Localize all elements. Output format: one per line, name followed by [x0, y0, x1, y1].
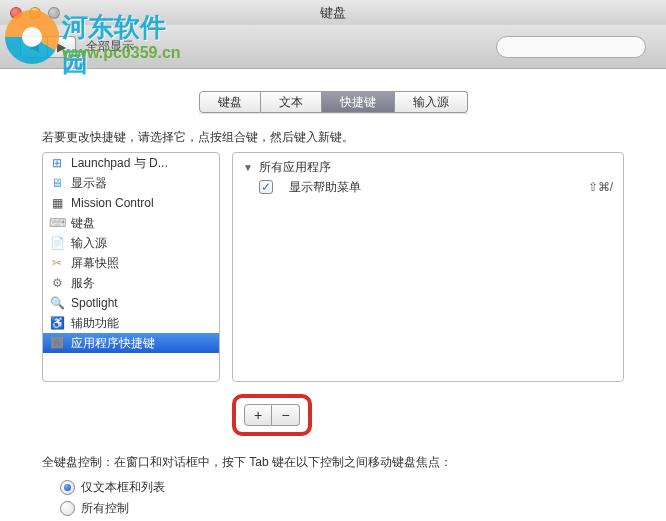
input-icon: 📄 [49, 235, 65, 251]
sidebar-item-label: 输入源 [71, 235, 107, 252]
shortcut-keys: ⇧⌘/ [588, 180, 613, 194]
mission-icon: ▦ [49, 195, 65, 211]
shortcut-label: 显示帮助菜单 [289, 179, 361, 196]
titlebar: 键盘 [0, 0, 666, 25]
back-button[interactable]: ◀ [20, 36, 48, 58]
sidebar-item-label: 显示器 [71, 175, 107, 192]
display-icon: 🖥 [49, 175, 65, 191]
instruction-text: 若要更改快捷键，请选择它，点按组合键，然后键入新键。 [42, 129, 624, 146]
keyboard-icon: ⌨ [49, 215, 65, 231]
tab-输入源[interactable]: 输入源 [395, 91, 468, 113]
search-wrap [496, 36, 646, 58]
launchpad-icon: ⊞ [49, 155, 65, 171]
sidebar-item-label: 应用程序快捷键 [71, 335, 155, 352]
sidebar-item-label: Launchpad 与 D... [71, 155, 168, 172]
sidebar-item-keyboard[interactable]: ⌨键盘 [43, 213, 219, 233]
services-icon: ⚙ [49, 275, 65, 291]
tab-键盘[interactable]: 键盘 [199, 91, 261, 113]
tabs-row: 键盘文本快捷键输入源 [0, 69, 666, 129]
radio-label: 仅文本框和列表 [81, 479, 165, 496]
sidebar-item-label: Spotlight [71, 296, 118, 310]
sidebar-item-label: Mission Control [71, 196, 154, 210]
sidebar-item-label: 辅助功能 [71, 315, 119, 332]
add-button[interactable]: + [244, 404, 272, 426]
radio-icon [60, 480, 75, 495]
radio-text-boxes-only[interactable]: 仅文本框和列表 [60, 477, 624, 498]
minimize-button[interactable] [29, 7, 41, 19]
shortcut-checkbox[interactable]: ✓ [259, 180, 273, 194]
category-pane: ⊞Launchpad 与 D...🖥显示器▦Mission Control⌨键盘… [42, 152, 220, 382]
sidebar-item-screenshot[interactable]: ✂屏幕快照 [43, 253, 219, 273]
sidebar-item-label: 键盘 [71, 215, 95, 232]
forward-button[interactable]: ▶ [48, 36, 76, 58]
tab-文本[interactable]: 文本 [261, 91, 322, 113]
toolbar: ◀ ▶ 全部显示 [0, 25, 666, 69]
accessibility-icon: ♿ [49, 315, 65, 331]
sidebar-item-services[interactable]: ⚙服务 [43, 273, 219, 293]
disclosure-triangle-icon[interactable]: ▼ [243, 162, 253, 173]
sidebar-item-mission[interactable]: ▦Mission Control [43, 193, 219, 213]
radio-label: 所有控制 [81, 500, 129, 517]
radio-all-controls[interactable]: 所有控制 [60, 498, 624, 519]
sidebar-item-input[interactable]: 📄输入源 [43, 233, 219, 253]
nav-buttons: ◀ ▶ [20, 36, 76, 58]
sidebar-item-label: 屏幕快照 [71, 255, 119, 272]
sidebar-item-apps[interactable]: 🅰应用程序快捷键 [43, 333, 219, 353]
sidebar-item-label: 服务 [71, 275, 95, 292]
apps-icon: 🅰 [49, 335, 65, 351]
add-remove-buttons: + − [232, 394, 312, 436]
search-input[interactable] [496, 36, 646, 58]
sidebar-item-display[interactable]: 🖥显示器 [43, 173, 219, 193]
shortcuts-pane: ▼ 所有应用程序 ✓显示帮助菜单⇧⌘/ [232, 152, 624, 382]
sidebar-item-spotlight[interactable]: 🔍Spotlight [43, 293, 219, 313]
sidebar-item-launchpad[interactable]: ⊞Launchpad 与 D... [43, 153, 219, 173]
tab-快捷键[interactable]: 快捷键 [322, 91, 395, 113]
radio-icon [60, 501, 75, 516]
spotlight-icon: 🔍 [49, 295, 65, 311]
shortcut-row[interactable]: ✓显示帮助菜单⇧⌘/ [233, 177, 623, 197]
show-all-label[interactable]: 全部显示 [86, 38, 134, 55]
window-title: 键盘 [0, 4, 666, 22]
segmented-tabs: 键盘文本快捷键输入源 [199, 91, 468, 113]
shortcut-group-row[interactable]: ▼ 所有应用程序 [233, 157, 623, 177]
zoom-button[interactable] [48, 7, 60, 19]
sidebar-item-accessibility[interactable]: ♿辅助功能 [43, 313, 219, 333]
full-keyboard-access-label: 全键盘控制：在窗口和对话框中，按下 Tab 键在以下控制之间移动键盘焦点： [42, 454, 624, 471]
traffic-lights [10, 7, 60, 19]
screenshot-icon: ✂ [49, 255, 65, 271]
close-button[interactable] [10, 7, 22, 19]
shortcut-group-label: 所有应用程序 [259, 159, 331, 176]
remove-button[interactable]: − [272, 404, 300, 426]
